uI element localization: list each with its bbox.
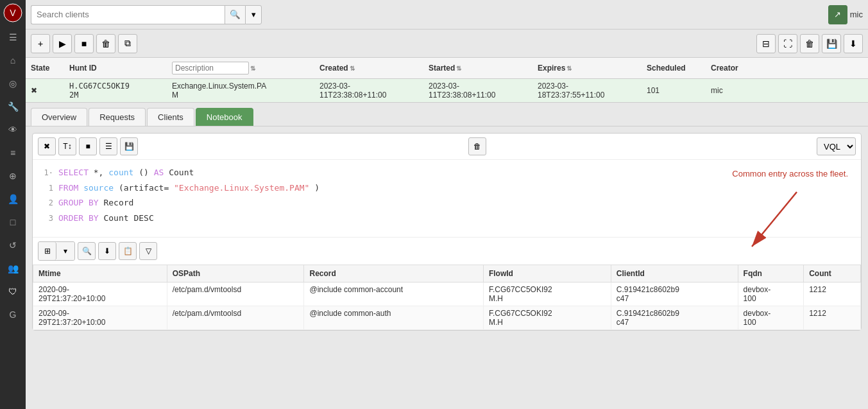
col-scheduled: Scheduled [647, 62, 711, 74]
hunt-toolbar: + ▶ ■ 🗑 ⧉ ⊟ ⛶ 🗑 💾 ⬇ [26, 30, 868, 58]
code-line-1: 1· SELECT *, count () AS Count [40, 165, 853, 180]
view-dropdown-button[interactable]: ▾ [56, 242, 74, 260]
search-button[interactable]: 🔍 [225, 5, 245, 24]
tab-overview[interactable]: Overview [31, 108, 87, 126]
sidebar-item-shield[interactable]: 🛡 [4, 283, 22, 300]
col-state: State [31, 62, 69, 74]
sidebar-item-history[interactable]: ↺ [4, 236, 22, 254]
code-content-3: GROUP BY Record [58, 195, 133, 210]
col-expires: Expires ⇅ [538, 62, 647, 74]
run-hunt-button[interactable]: ▶ [53, 34, 72, 53]
sidebar-item-flows[interactable]: □ [4, 213, 22, 231]
col-started: Started ⇅ [429, 62, 538, 74]
search-dropdown-button[interactable]: ▾ [245, 5, 262, 24]
nb-list-button[interactable]: ☰ [99, 137, 117, 155]
sidebar-item-eye[interactable]: 👁 [4, 121, 22, 139]
tab-clients[interactable]: Clients [147, 108, 194, 126]
search-results-button[interactable]: 🔍 [78, 242, 96, 260]
cell-record: @include common-account [304, 283, 483, 306]
notebook-toolbar: ✖ T↕ ■ ☰ 💾 🗑 VQL [33, 134, 861, 160]
cell-mtime: 2020-09-29T21:37:20+10:00 [33, 283, 167, 306]
app-logo[interactable]: V [3, 3, 23, 23]
sidebar-item-artifacts[interactable]: ⊕ [4, 167, 22, 185]
stop-hunt-button[interactable]: ■ [74, 34, 94, 53]
hunt-scheduled: 101 [647, 86, 711, 95]
col-count: Count [804, 265, 861, 283]
nb-close-button[interactable]: ✖ [38, 137, 56, 155]
table-row: 2020-09-29T21:37:20+10:00 /etc/pam.d/vmt… [33, 306, 861, 330]
hunt-created: 2023-03-11T23:38:08+11:00 [319, 82, 429, 100]
download-button[interactable]: ⬇ [844, 34, 863, 53]
fullscreen-button[interactable]: ⛶ [778, 34, 797, 53]
cell-count: 1212 [804, 283, 861, 306]
nb-format-button[interactable]: T↕ [58, 137, 76, 155]
table-view-button[interactable]: ⊞ [38, 242, 56, 260]
search-wrapper: 🔍 ▾ [31, 5, 262, 24]
tab-notebook[interactable]: Notebook [196, 108, 253, 126]
table-row: 2020-09-29T21:37:20+10:00 /etc/pam.d/vmt… [33, 283, 861, 306]
search-input[interactable] [31, 5, 225, 24]
topbar-share-button[interactable]: ↗ [828, 5, 847, 24]
sidebar-item-tools[interactable]: 🔧 [4, 98, 22, 116]
col-fqdn: Fqdn [738, 265, 804, 283]
nb-delete-button[interactable]: 🗑 [468, 137, 486, 155]
results-table-wrapper: Mtime OSPath Record FlowId ClientId Fqdn… [33, 265, 861, 330]
save-button[interactable]: 💾 [822, 34, 841, 53]
cell-count: 1212 [804, 306, 861, 330]
col-flowid: FlowId [483, 265, 611, 283]
col-mtime: Mtime [33, 265, 167, 283]
download-results-button[interactable]: ⬇ [98, 242, 116, 260]
notebook-card: ✖ T↕ ■ ☰ 💾 🗑 VQL 1· SELECT *, count [32, 133, 862, 331]
code-content-2: FROM source (artifact= "Exchange.Linux.S… [58, 180, 319, 195]
hunt-table-row[interactable]: ✖ H.CG67CC5OKI92M Exchange.Linux.System.… [26, 79, 868, 103]
hunt-state: ✖ [31, 86, 69, 95]
description-filter[interactable] [172, 62, 249, 74]
cell-record: @include common-auth [304, 306, 483, 330]
cell-fqdn: devbox-100 [738, 283, 804, 306]
cell-ospath: /etc/pam.d/vmtoolsd [167, 306, 304, 330]
sidebar-item-google[interactable]: G [4, 306, 22, 324]
sidebar-item-home[interactable]: ⌂ [4, 51, 22, 69]
col-creator: Creator [711, 62, 762, 74]
created-sort-icon: ⇅ [350, 65, 355, 72]
line-num-1: 1· [40, 166, 53, 180]
sidebar-item-target[interactable]: ◎ [4, 74, 22, 92]
copy-results-button[interactable]: 📋 [119, 242, 137, 260]
filter-results-button[interactable]: ▽ [139, 242, 157, 260]
code-editor[interactable]: 1· SELECT *, count () AS Count 1 FROM [33, 160, 861, 237]
col-clientid: ClientId [611, 265, 738, 283]
annotation-text: Common entry across the fleet. [732, 166, 848, 181]
cell-clientid: C.919421c8602b9c47 [611, 283, 738, 306]
delete-hunt-button[interactable]: 🗑 [96, 34, 115, 53]
col-huntid: Hunt ID [69, 62, 172, 74]
main-content: 🔍 ▾ ↗ mic + ▶ ■ 🗑 ⧉ ⊟ ⛶ 🗑 💾 ⬇ State Hunt… [26, 0, 868, 409]
code-content-4: ORDER BY Count DESC [58, 211, 154, 225]
col-ospath: OSPath [167, 265, 304, 283]
col-created: Created ⇅ [319, 62, 429, 74]
line-num-3: 2 [40, 196, 53, 211]
cell-flowid: F.CG67CC5OKI92M.H [483, 283, 611, 306]
hunt-expires: 2023-03-18T23:37:55+11:00 [538, 82, 647, 100]
topbar-right: ↗ mic [828, 5, 863, 24]
results-table-header: Mtime OSPath Record FlowId ClientId Fqdn… [33, 265, 861, 283]
code-content-1: SELECT *, count () AS Count [58, 165, 194, 180]
sidebar-item-clients[interactable]: 👥 [4, 259, 22, 277]
cell-fqdn: devbox-100 [738, 306, 804, 330]
tab-requests[interactable]: Requests [89, 108, 146, 126]
svg-text:V: V [10, 8, 16, 18]
nb-save-button[interactable]: 💾 [120, 137, 138, 155]
hunt-id: H.CG67CC5OKI92M [69, 82, 172, 100]
line-num-4: 3 [40, 212, 53, 226]
nb-language-select[interactable]: VQL [817, 137, 856, 155]
add-hunt-button[interactable]: + [31, 34, 50, 53]
trash-button[interactable]: 🗑 [800, 34, 819, 53]
sidebar-item-user[interactable]: 👤 [4, 190, 22, 208]
nb-stop-button[interactable]: ■ [79, 137, 97, 155]
sidebar-item-list[interactable]: ≡ [4, 144, 22, 162]
notebook-panel: ✖ T↕ ■ ☰ 💾 🗑 VQL 1· SELECT *, count [26, 126, 868, 409]
copy-hunt-button[interactable]: ⧉ [118, 34, 137, 53]
code-line-3: 2 GROUP BY Record [40, 195, 853, 211]
sidebar-item-menu[interactable]: ☰ [4, 28, 22, 46]
line-num-2: 1 [40, 182, 53, 196]
collapse-button[interactable]: ⊟ [756, 34, 776, 53]
